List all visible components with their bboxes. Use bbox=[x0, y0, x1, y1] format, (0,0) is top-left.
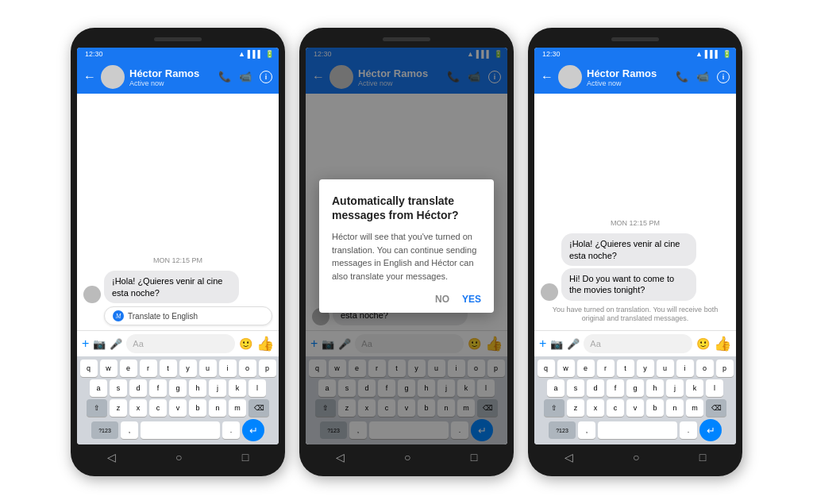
keyboard-1: q w e r t y u i o p a s d f g h j k l bbox=[77, 356, 279, 444]
header-info-3: Héctor Ramos Active now bbox=[587, 67, 671, 87]
key-o[interactable]: o bbox=[239, 360, 256, 377]
nav-back-1[interactable]: ◁ bbox=[107, 451, 116, 464]
translate-button-1[interactable]: M Translate to English bbox=[104, 306, 272, 325]
phone-1-speaker bbox=[154, 37, 202, 41]
key-shift[interactable]: ⇧ bbox=[87, 399, 107, 417]
signal-icon-3: ▌▌▌ bbox=[705, 50, 720, 58]
message-input-3[interactable]: Aa bbox=[584, 334, 692, 353]
msg-avatar-1 bbox=[83, 286, 101, 303]
dialog-actions-2: NO YES bbox=[332, 294, 481, 305]
back-button-1[interactable]: ← bbox=[83, 70, 96, 84]
camera-button-1[interactable]: 📷 bbox=[93, 338, 106, 350]
info-icon-1[interactable]: i bbox=[260, 71, 272, 83]
key-k[interactable]: k bbox=[229, 379, 246, 397]
like-button-1[interactable]: 👍 bbox=[256, 335, 274, 352]
key-period[interactable]: . bbox=[222, 421, 240, 439]
key-n[interactable]: n bbox=[209, 399, 226, 417]
dialog-no-button[interactable]: NO bbox=[435, 294, 449, 305]
header-info-1: Héctor Ramos Active now bbox=[129, 67, 214, 87]
mic-button-3[interactable]: 🎤 bbox=[567, 338, 580, 350]
app-header-3: ← Héctor Ramos Active now 📞 📹 i bbox=[534, 60, 736, 94]
key-t[interactable]: t bbox=[160, 360, 177, 377]
kb-row-3-2: asdfghjkl bbox=[538, 379, 733, 397]
chat-toolbar-1: + 📷 🎤 Aa 🙂 👍 bbox=[77, 330, 279, 356]
key-b[interactable]: b bbox=[189, 399, 206, 417]
date-label-1: MON 12:15 PM bbox=[83, 256, 272, 264]
camera-button-3[interactable]: 📷 bbox=[550, 338, 563, 350]
key-v[interactable]: v bbox=[169, 399, 187, 417]
contact-name-3: Héctor Ramos bbox=[587, 67, 671, 79]
key-m[interactable]: m bbox=[229, 399, 246, 417]
back-button-3[interactable]: ← bbox=[541, 70, 553, 84]
video-icon-3[interactable]: 📹 bbox=[696, 71, 709, 83]
info-icon-3[interactable]: i bbox=[717, 71, 730, 83]
plus-button-1[interactable]: + bbox=[82, 337, 89, 351]
header-actions-3: 📞 📹 i bbox=[676, 71, 730, 83]
key-i[interactable]: i bbox=[219, 360, 237, 377]
key-s[interactable]: s bbox=[110, 379, 127, 397]
dialog-title-2: Automatically translate messages from Hé… bbox=[332, 194, 481, 222]
msg-bubble-1: ¡Hola! ¿Quieres venir al cine esta noche… bbox=[104, 271, 239, 303]
key-q[interactable]: q bbox=[80, 360, 98, 377]
emoji-button-3[interactable]: 🙂 bbox=[696, 337, 710, 350]
key-h[interactable]: h bbox=[189, 379, 206, 397]
header-actions-1: 📞 📹 i bbox=[218, 71, 272, 83]
emoji-button-1[interactable]: 🙂 bbox=[239, 337, 252, 350]
kb-row-1-2: a s d f g h j k l bbox=[80, 379, 275, 397]
key-j[interactable]: j bbox=[209, 379, 226, 397]
dialog-body-2: Héctor will see that you've turned on tr… bbox=[332, 230, 481, 283]
phone-3-speaker bbox=[611, 37, 659, 41]
chat-area-1: MON 12:15 PM ¡Hola! ¿Quieres venir al ci… bbox=[77, 94, 279, 330]
key-y[interactable]: y bbox=[179, 360, 197, 377]
battery-icon-1: 🔋 bbox=[265, 50, 274, 58]
status-bar-1: 12:30 ▲ ▌▌▌ 🔋 bbox=[77, 48, 279, 60]
mic-button-1[interactable]: 🎤 bbox=[110, 338, 122, 350]
nav-recent-3[interactable]: □ bbox=[699, 451, 706, 464]
key-z[interactable]: z bbox=[110, 399, 127, 417]
status-time-1: 12:30 bbox=[85, 50, 103, 58]
msg-bubble-3-1: ¡Hola! ¿Quieres venir al cine esta noche… bbox=[561, 233, 696, 266]
key-e[interactable]: e bbox=[120, 360, 137, 377]
key-g[interactable]: g bbox=[169, 379, 187, 397]
nav-back-3[interactable]: ◁ bbox=[564, 451, 573, 464]
message-input-1[interactable]: Aa bbox=[126, 334, 235, 353]
key-u[interactable]: u bbox=[199, 360, 217, 377]
key-x[interactable]: x bbox=[129, 399, 147, 417]
key-p[interactable]: p bbox=[259, 360, 276, 377]
key-d[interactable]: d bbox=[129, 379, 147, 397]
wifi-icon-3: ▲ bbox=[695, 50, 703, 58]
nav-home-3[interactable]: ○ bbox=[633, 451, 639, 464]
contact-status-3: Active now bbox=[587, 79, 671, 87]
key-c[interactable]: c bbox=[149, 399, 167, 417]
key-comma[interactable]: , bbox=[121, 421, 138, 439]
key-l[interactable]: l bbox=[249, 379, 266, 397]
key-send[interactable]: ↵ bbox=[242, 419, 264, 441]
dialog-overlay-2: Automatically translate messages from Hé… bbox=[306, 48, 507, 444]
plus-button-3[interactable]: + bbox=[539, 337, 546, 351]
key-w[interactable]: w bbox=[100, 360, 118, 377]
like-button-3[interactable]: 👍 bbox=[714, 335, 731, 352]
key-space[interactable] bbox=[141, 421, 220, 439]
contact-name-1: Héctor Ramos bbox=[129, 67, 214, 79]
key-123[interactable]: ?123 bbox=[91, 421, 118, 439]
call-icon-1[interactable]: 📞 bbox=[218, 71, 231, 83]
video-icon-1[interactable]: 📹 bbox=[239, 71, 252, 83]
key-r[interactable]: r bbox=[140, 360, 157, 377]
nav-home-1[interactable]: ○ bbox=[175, 451, 182, 464]
nav-back-2[interactable]: ◁ bbox=[336, 451, 345, 464]
call-icon-3[interactable]: 📞 bbox=[676, 71, 688, 83]
dialog-yes-button[interactable]: YES bbox=[462, 294, 481, 305]
msg-avatar-3 bbox=[541, 283, 558, 301]
dialog-box-2: Automatically translate messages from Hé… bbox=[319, 179, 494, 313]
nav-home-2[interactable]: ○ bbox=[404, 451, 410, 464]
date-label-3: MON 12:15 PM bbox=[541, 219, 730, 227]
nav-recent-2[interactable]: □ bbox=[471, 451, 477, 464]
chat-toolbar-3: + 📷 🎤 Aa 🙂 👍 bbox=[534, 330, 736, 356]
phone-2-speaker bbox=[383, 37, 430, 41]
key-del[interactable]: ⌫ bbox=[249, 399, 269, 417]
nav-recent-1[interactable]: □ bbox=[242, 451, 249, 464]
key-a[interactable]: a bbox=[90, 379, 107, 397]
key-f[interactable]: f bbox=[149, 379, 167, 397]
kb-row-1-3: ⇧ z x c v b n m ⌫ bbox=[80, 399, 275, 417]
signal-icon-1: ▌▌▌ bbox=[248, 50, 263, 58]
